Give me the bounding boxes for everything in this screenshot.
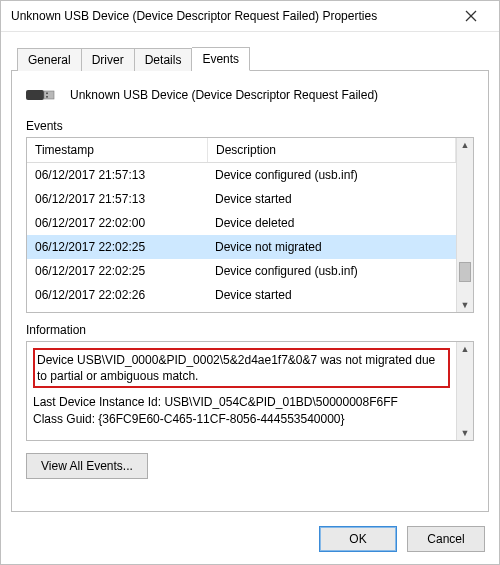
- events-scrollbar[interactable]: ▲ ▼: [456, 138, 473, 312]
- col-header-timestamp[interactable]: Timestamp: [27, 138, 208, 162]
- titlebar: Unknown USB Device (Device Descriptor Re…: [1, 1, 499, 32]
- information-text: Device USB\VID_0000&PID_0002\5&2d4ae1f7&…: [27, 342, 456, 440]
- cell-description: Device configured (usb.inf): [207, 259, 456, 283]
- device-name: Unknown USB Device (Device Descriptor Re…: [70, 88, 378, 102]
- scroll-up-icon[interactable]: ▲: [461, 342, 470, 356]
- events-row[interactable]: 06/12/2017 22:02:25 Device configured (u…: [27, 259, 456, 283]
- events-row[interactable]: 06/12/2017 21:57:13 Device configured (u…: [27, 163, 456, 187]
- scroll-down-icon[interactable]: ▼: [461, 426, 470, 440]
- events-row[interactable]: 06/12/2017 22:02:00 Device deleted: [27, 211, 456, 235]
- cell-timestamp: 06/12/2017 22:02:25: [27, 235, 207, 259]
- properties-dialog: Unknown USB Device (Device Descriptor Re…: [0, 0, 500, 565]
- usb-plug-icon: [26, 85, 60, 105]
- svg-rect-2: [26, 90, 44, 100]
- ok-button[interactable]: OK: [319, 526, 397, 552]
- dialog-footer: OK Cancel: [1, 516, 499, 564]
- cell-timestamp: 06/12/2017 22:02:25: [27, 259, 207, 283]
- information-line: Last Device Instance Id: USB\VID_054C&PI…: [33, 394, 450, 410]
- information-label: Information: [26, 323, 474, 337]
- col-header-description[interactable]: Description: [208, 138, 456, 162]
- tab-general[interactable]: General: [17, 48, 82, 71]
- information-highlight: Device USB\VID_0000&PID_0002\5&2d4ae1f7&…: [33, 348, 450, 388]
- scroll-down-icon[interactable]: ▼: [461, 298, 470, 312]
- cell-timestamp: 06/12/2017 22:02:26: [27, 283, 207, 307]
- svg-rect-3: [44, 91, 54, 99]
- cell-timestamp: 06/12/2017 22:02:00: [27, 211, 207, 235]
- tab-panel-events: Unknown USB Device (Device Descriptor Re…: [11, 70, 489, 512]
- information-scrollbar[interactable]: ▲ ▼: [456, 342, 473, 440]
- svg-rect-4: [46, 93, 48, 95]
- device-header: Unknown USB Device (Device Descriptor Re…: [26, 85, 474, 105]
- cell-description: Device started: [207, 283, 456, 307]
- information-line: Class Guid: {36FC9E60-C465-11CF-8056-444…: [33, 411, 450, 427]
- events-row[interactable]: 06/12/2017 22:02:26 Device started: [27, 283, 456, 307]
- cell-description: Device configured (usb.inf): [207, 163, 456, 187]
- cell-timestamp: 06/12/2017 21:57:13: [27, 187, 207, 211]
- tabstrip: General Driver Details Events: [11, 46, 489, 70]
- scroll-thumb[interactable]: [459, 262, 471, 282]
- cell-description: Device deleted: [207, 211, 456, 235]
- cell-description: Device started: [207, 187, 456, 211]
- tab-events[interactable]: Events: [192, 47, 250, 71]
- close-icon: [465, 10, 477, 22]
- events-label: Events: [26, 119, 474, 133]
- events-row-selected[interactable]: 06/12/2017 22:02:25 Device not migrated: [27, 235, 456, 259]
- close-button[interactable]: [451, 2, 491, 30]
- svg-rect-5: [46, 96, 48, 98]
- cell-timestamp: 06/12/2017 21:57:13: [27, 163, 207, 187]
- window-title: Unknown USB Device (Device Descriptor Re…: [11, 9, 451, 23]
- information-highlight-text: Device USB\VID_0000&PID_0002\5&2d4ae1f7&…: [37, 353, 435, 383]
- events-row[interactable]: 06/12/2017 21:57:13 Device started: [27, 187, 456, 211]
- tab-details[interactable]: Details: [135, 48, 193, 71]
- scroll-up-icon[interactable]: ▲: [461, 138, 470, 152]
- events-list[interactable]: Timestamp Description 06/12/2017 21:57:1…: [26, 137, 474, 313]
- cancel-button[interactable]: Cancel: [407, 526, 485, 552]
- events-rows: Timestamp Description 06/12/2017 21:57:1…: [27, 138, 456, 312]
- tab-driver[interactable]: Driver: [82, 48, 135, 71]
- information-box[interactable]: Device USB\VID_0000&PID_0002\5&2d4ae1f7&…: [26, 341, 474, 441]
- events-header: Timestamp Description: [27, 138, 456, 163]
- dialog-body: General Driver Details Events Unknown US…: [1, 32, 499, 516]
- view-all-events-button[interactable]: View All Events...: [26, 453, 148, 479]
- cell-description: Device not migrated: [207, 235, 456, 259]
